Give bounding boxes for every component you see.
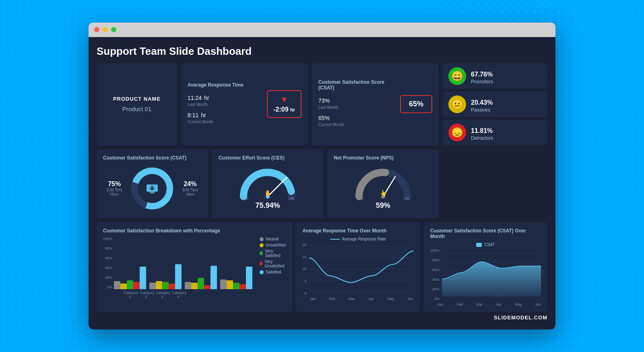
bar-unsat-2 [156, 281, 162, 289]
bar-chart-x-labels: Category 1 Category 2 Category 3 Categor… [114, 291, 256, 299]
line-legend-label: Average Response Rate [342, 237, 386, 241]
area-legend-label: CSAT [484, 242, 495, 247]
line-chart-x-labels: Jan Feb Mar Apr May Jun [303, 297, 413, 301]
browser-titlebar [89, 23, 555, 37]
donut-right-pct: 24% [179, 180, 201, 188]
nps-gauge-card: Net Promoter Score (NPS) 👆 -100 100 [327, 149, 439, 219]
bar-vunsat-3 [204, 285, 211, 289]
area-x-apr: Apr [496, 302, 502, 306]
svg-point-4 [150, 186, 154, 190]
x-label-feb: Feb [329, 297, 335, 301]
line-chart-area [309, 243, 413, 295]
svg-text:100: 100 [288, 197, 294, 201]
line-chart-card: Average Response Time Over Month Average… [296, 222, 420, 312]
svg-rect-3 [150, 192, 155, 193]
detractors-row: 😞 11.81% Detractors [443, 120, 547, 145]
area-chart-x-labels: Jan Feb Mar Apr May Jun [430, 302, 541, 306]
nps-gauge-wrapper: 👆 -100 100 59% [334, 164, 432, 210]
donut-chart [128, 164, 176, 213]
nps-column: 😄 67.76% Promoters 😐 20.43% Passi [443, 63, 547, 145]
bar-vsat-1 [127, 280, 133, 289]
area-x-jan: Jan [438, 302, 444, 306]
x-label-2: Category 2 [140, 291, 153, 299]
passives-emoji: 😐 [448, 95, 466, 113]
legend-unsat-dot [260, 243, 264, 247]
bar-sat-3 [211, 266, 217, 289]
bar-group-1 [114, 267, 146, 289]
x-label-3: Category 3 [156, 291, 169, 299]
legend-neutral: Neutral [260, 237, 285, 241]
area-x-may: May [515, 302, 522, 306]
area-legend-box [476, 243, 482, 247]
current-month-label: Current Month [188, 120, 263, 124]
bar-unsat-4 [227, 280, 233, 289]
csat-top-card: Customer Satisfaction Score (CSAT) 73% L… [312, 63, 439, 145]
legend-neutral-dot [260, 237, 264, 241]
csat-info: Customer Satisfaction Score (CSAT) 73% L… [318, 79, 396, 129]
detractors-stat: 11.81% Detractors [471, 124, 542, 141]
line-chart-legend: Average Response Rate [303, 237, 413, 241]
svg-text:-100: -100 [357, 197, 364, 201]
current-month-value: 8:11 hr [188, 109, 263, 120]
legend-unsat-label: Unsatisfied [266, 243, 285, 247]
ces-card: Customer Effort Score (CES) ✋ -100 100 [212, 149, 324, 219]
x-label-may: May [387, 297, 394, 301]
delta-box: ▼ -2:09 hr [267, 90, 301, 118]
area-chart-card: Customer Satisfaction Score (CSAT) Over … [424, 222, 547, 312]
bar-group-2 [149, 264, 182, 289]
area-x-jun: Jun [535, 302, 541, 306]
bar-chart-legend: Neutral Unsatisfied Very Satisfied [260, 237, 285, 299]
line-chart-title: Average Response Time Over Month [303, 228, 413, 234]
bar-group-3 [185, 266, 217, 289]
maximize-button[interactable] [111, 27, 116, 32]
passives-value: 20.43% [471, 96, 542, 107]
csat-donut-title: Customer Satisfaction Score (CSAT) [103, 155, 202, 162]
area-chart-with-y: 100%80%60%40%20%0% [430, 248, 541, 301]
promoters-emoji: 😄 [448, 67, 466, 85]
svg-text:👆: 👆 [380, 190, 387, 197]
legend-neutral-label: Neutral [266, 237, 279, 241]
last-month-label: Last Month [188, 102, 263, 107]
csat-last-month-label: Last Month [318, 105, 396, 110]
csat-donut-card: Customer Satisfaction Score (CSAT) 75% E… [97, 149, 208, 219]
bar-sat-4 [246, 267, 252, 289]
x-label-1: Category 1 [124, 291, 136, 299]
response-time-card: Average Response Time 11:24 hr Last Mont… [181, 63, 308, 145]
area-x-mar: Mar [476, 302, 483, 306]
legend-vsat-dot [260, 251, 263, 255]
delta-arrow-icon: ▼ [280, 95, 288, 104]
csat-big-value: 65% [400, 95, 432, 113]
minimize-button[interactable] [103, 27, 108, 32]
promoters-label: Promoters [471, 79, 542, 85]
x-label-jun: Jun [407, 297, 413, 301]
legend-very-satisfied: Very Satisfied [260, 249, 285, 258]
close-button[interactable] [94, 27, 99, 32]
response-info: Average Response Time 11:24 hr Last Mont… [188, 82, 263, 126]
bar-sat-1 [140, 267, 146, 289]
x-label-mar: Mar [349, 297, 355, 301]
response-time-title: Average Response Time [188, 82, 263, 88]
legend-sat-dot [260, 270, 264, 274]
bar-chart-groups: Category 1 Category 2 Category 3 Categor… [114, 237, 256, 299]
bar-sat-2 [175, 264, 182, 289]
donut-wrapper [128, 164, 176, 213]
svg-point-6 [153, 187, 154, 188]
csat-last-month: 73% [318, 95, 396, 105]
product-label: PRODUCT NAME [113, 96, 161, 102]
legend-satisfied: Satisfied [260, 270, 285, 274]
x-label-apr: Apr [368, 297, 374, 301]
mid-right-spacer [443, 149, 547, 219]
svg-text:100: 100 [404, 197, 410, 201]
nps-gauge-chart: 👆 -100 100 [351, 164, 415, 201]
passives-row: 😐 20.43% Passives [443, 91, 547, 117]
dashboard-title: Support Team Slide Dashboard [97, 45, 547, 58]
line-chart-svg [309, 243, 413, 295]
promoters-stat: 67.76% Promoters [471, 68, 542, 85]
detractors-label: Detractors [471, 135, 542, 141]
donut-left-pct: 75% [103, 180, 126, 188]
legend-vsat-label: Very Satisfied [265, 249, 285, 258]
legend-very-unsatisfied: Very Unsatisfied [260, 259, 285, 268]
delta-value: -2:09 hr [273, 106, 295, 113]
area-chart-y-labels: 100%80%60%40%20%0% [430, 248, 440, 301]
passives-stat: 20.43% Passives [471, 96, 542, 113]
